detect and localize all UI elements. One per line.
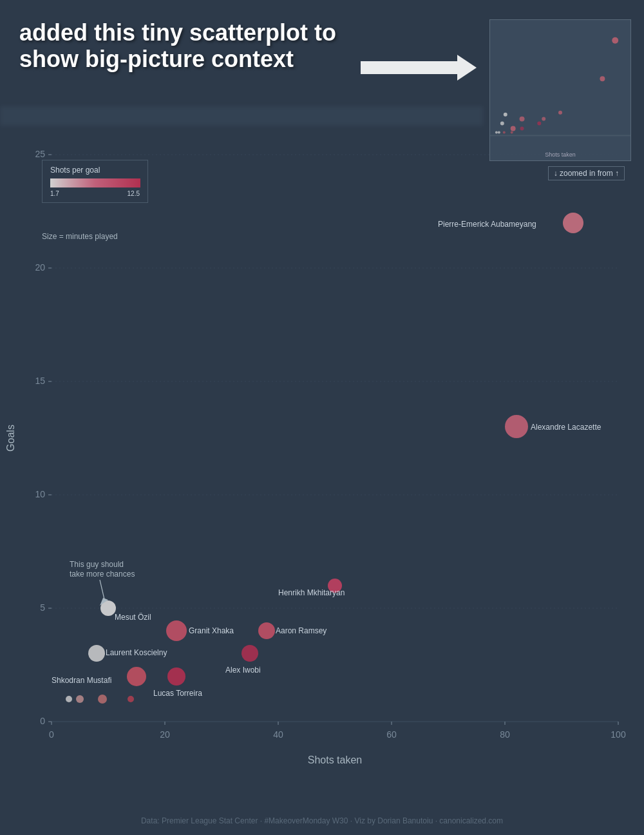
svg-point-55 [88, 645, 105, 662]
svg-text:Mesut Özil: Mesut Özil [115, 613, 151, 622]
svg-point-10 [500, 122, 504, 126]
top-bar-blur [0, 106, 483, 126]
svg-point-51 [98, 695, 107, 704]
svg-text:Aaron Ramsey: Aaron Ramsey [276, 626, 327, 635]
svg-point-4 [558, 111, 562, 115]
svg-text:Laurent Koscielny: Laurent Koscielny [106, 648, 167, 657]
svg-text:Shots taken: Shots taken [308, 754, 363, 765]
svg-point-50 [76, 695, 84, 703]
svg-point-59 [167, 667, 185, 686]
svg-text:Henrikh Mkhitaryan: Henrikh Mkhitaryan [278, 588, 345, 597]
svg-text:10: 10 [35, 489, 45, 499]
svg-point-3 [600, 76, 605, 81]
svg-point-61 [166, 620, 187, 641]
svg-point-2 [612, 37, 618, 44]
svg-line-75 [100, 580, 104, 599]
svg-point-57 [127, 667, 146, 686]
svg-point-5 [542, 117, 545, 121]
svg-text:80: 80 [500, 729, 510, 740]
svg-text:take more chances: take more chances [70, 570, 135, 579]
svg-marker-0 [361, 55, 477, 81]
svg-text:Alexandre Lacazette: Alexandre Lacazette [531, 423, 601, 432]
svg-text:25: 25 [35, 149, 45, 159]
svg-point-49 [66, 696, 72, 702]
svg-text:Goals: Goals [5, 425, 16, 452]
svg-text:Pierre-Emerick Aubameyang: Pierre-Emerick Aubameyang [438, 220, 536, 229]
svg-text:Shkodran Mustafi: Shkodran Mustafi [52, 676, 111, 685]
svg-text:5: 5 [40, 602, 45, 613]
footer: Data: Premier League Stat Center · #Make… [0, 816, 644, 825]
svg-text:Alex Iwobi: Alex Iwobi [225, 666, 261, 675]
svg-text:20: 20 [35, 262, 45, 273]
svg-point-6 [520, 117, 525, 122]
svg-text:0: 0 [40, 716, 45, 726]
svg-text:This guy should: This guy should [70, 560, 124, 569]
svg-text:Granit Xhaka: Granit Xhaka [189, 626, 234, 635]
svg-text:Lucas Torreira: Lucas Torreira [153, 689, 202, 698]
svg-point-69 [505, 415, 528, 438]
svg-point-9 [504, 113, 507, 117]
svg-point-71 [563, 213, 583, 233]
svg-text:15: 15 [35, 376, 45, 386]
main-container: added this tiny scatterplot to show big-… [0, 0, 644, 835]
svg-point-7 [537, 122, 541, 126]
svg-point-52 [128, 696, 134, 702]
chart-svg: 0 20 40 60 80 100 0 5 10 15 20 25 Shots … [0, 129, 644, 773]
svg-text:100: 100 [611, 729, 626, 740]
svg-text:0: 0 [49, 729, 54, 740]
svg-text:20: 20 [160, 729, 170, 740]
svg-text:40: 40 [273, 729, 283, 740]
arrow-container [361, 52, 477, 84]
svg-point-65 [258, 622, 275, 639]
svg-text:60: 60 [386, 729, 397, 740]
svg-point-63 [242, 645, 258, 662]
annotation-text: added this tiny scatterplot to show big-… [19, 19, 380, 73]
